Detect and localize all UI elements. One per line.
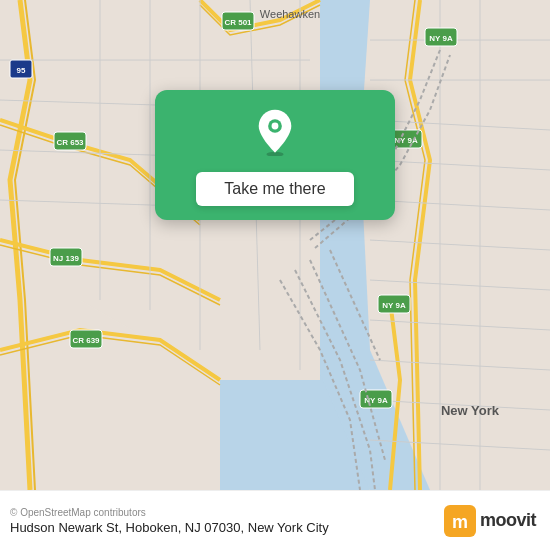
popup-card: Take me there bbox=[155, 90, 395, 220]
svg-point-51 bbox=[272, 123, 279, 130]
svg-text:Weehawken: Weehawken bbox=[260, 8, 320, 20]
moovit-logo-text: moovit bbox=[480, 510, 536, 531]
svg-text:NJ 139: NJ 139 bbox=[53, 254, 79, 263]
svg-text:m: m bbox=[452, 512, 468, 532]
svg-text:CR 501: CR 501 bbox=[224, 18, 252, 27]
bottom-left: © OpenStreetMap contributors Hudson Newa… bbox=[10, 507, 329, 535]
moovit-logo: m moovit bbox=[444, 505, 536, 537]
svg-text:NY 9A: NY 9A bbox=[429, 34, 453, 43]
moovit-logo-icon: m bbox=[444, 505, 476, 537]
take-me-there-button[interactable]: Take me there bbox=[196, 172, 353, 206]
location-pin-icon bbox=[251, 108, 299, 156]
map-container: CR 501 95 NY 9A NY 9A NY 9A NY 9A CR 653… bbox=[0, 0, 550, 490]
svg-text:CR 653: CR 653 bbox=[56, 138, 84, 147]
attribution-text: © OpenStreetMap contributors bbox=[10, 507, 329, 518]
svg-text:NY 9A: NY 9A bbox=[382, 301, 406, 310]
map-background: CR 501 95 NY 9A NY 9A NY 9A NY 9A CR 653… bbox=[0, 0, 550, 490]
svg-text:New York: New York bbox=[441, 403, 500, 418]
svg-text:95: 95 bbox=[17, 66, 26, 75]
address-text: Hudson Newark St, Hoboken, NJ 07030, New… bbox=[10, 520, 329, 535]
svg-text:CR 639: CR 639 bbox=[72, 336, 100, 345]
bottom-bar: © OpenStreetMap contributors Hudson Newa… bbox=[0, 490, 550, 550]
